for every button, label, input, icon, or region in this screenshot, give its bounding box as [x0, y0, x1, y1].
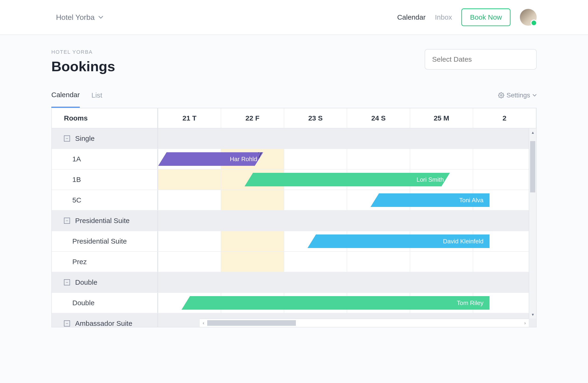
chevron-down-icon	[98, 16, 103, 19]
room-group[interactable]: −Double	[52, 272, 536, 293]
date-header: 23 S	[284, 108, 347, 128]
calendar-cell[interactable]	[284, 272, 347, 293]
room-row: 5C Toni Alva	[52, 190, 536, 211]
tab-list[interactable]: List	[91, 91, 103, 107]
scroll-right-icon[interactable]: ›	[521, 321, 529, 326]
collapse-icon[interactable]: −	[64, 135, 70, 141]
group-label: Single	[75, 135, 94, 142]
gear-icon	[498, 92, 504, 98]
calendar-cell[interactable]	[158, 128, 221, 149]
booking-bar[interactable]: David Kleinfeld	[308, 234, 489, 248]
calendar-cell[interactable]	[221, 231, 284, 251]
vertical-scrollbar[interactable]: ▴ ▾	[529, 128, 536, 318]
hotel-switcher[interactable]: Hotel Yorba	[56, 13, 103, 22]
scroll-thumb[interactable]	[207, 320, 296, 326]
settings-link[interactable]: Settings	[498, 91, 537, 107]
room-row: 1A Har Rohld	[52, 149, 536, 170]
calendar-cell[interactable]	[410, 128, 473, 149]
scroll-left-icon[interactable]: ‹	[200, 321, 207, 326]
booking-bar[interactable]: Tom Riley	[182, 296, 489, 310]
calendar-cell[interactable]	[284, 252, 347, 272]
calendar-cell[interactable]	[410, 252, 473, 272]
tab-calendar[interactable]: Calendar	[51, 91, 80, 108]
date-header: 25 M	[410, 108, 473, 128]
scroll-down-icon[interactable]: ▾	[532, 311, 534, 318]
room-label: 1B	[52, 170, 158, 190]
calendar-cell[interactable]	[158, 272, 221, 293]
horizontal-scrollbar[interactable]: ‹ ›	[200, 318, 529, 327]
calendar-cell[interactable]	[347, 252, 410, 272]
book-now-button[interactable]: Book Now	[461, 8, 510, 26]
room-row: Double Tom Riley	[52, 293, 536, 314]
booking-bar[interactable]: Toni Alva	[371, 193, 489, 207]
calendar-cell[interactable]	[347, 128, 410, 149]
scroll-thumb[interactable]	[530, 141, 535, 192]
calendar-cell[interactable]	[158, 170, 221, 190]
calendar-cell[interactable]	[473, 170, 536, 190]
room-label: 5C	[52, 190, 158, 210]
calendar-cell[interactable]	[473, 272, 536, 293]
group-label: Presidential Suite	[75, 217, 129, 225]
calendar-cell[interactable]	[158, 231, 221, 251]
group-label: Double	[75, 278, 97, 286]
nav-calendar[interactable]: Calendar	[397, 13, 426, 21]
rooms-header: Rooms	[52, 108, 158, 128]
calendar-cell[interactable]	[221, 272, 284, 293]
hotel-name: Hotel Yorba	[56, 13, 94, 22]
room-group[interactable]: −Single	[52, 128, 536, 149]
room-row: Presidential Suite David Kleinfeld	[52, 231, 536, 252]
calendar-cell[interactable]	[221, 128, 284, 149]
calendar-cell[interactable]	[473, 128, 536, 149]
room-label: Double	[52, 293, 158, 313]
group-label: Ambassador Suite	[75, 319, 132, 327]
calendar-cell[interactable]	[221, 252, 284, 272]
calendar-cell[interactable]	[410, 149, 473, 169]
top-nav: Hotel Yorba Calendar Inbox Book Now	[0, 0, 588, 35]
room-group[interactable]: −Presidential Suite	[52, 211, 536, 231]
calendar-cell[interactable]	[158, 190, 221, 210]
calendar-cell[interactable]	[410, 211, 473, 231]
collapse-icon[interactable]: −	[64, 320, 70, 326]
calendar-cell[interactable]	[473, 149, 536, 169]
scroll-up-icon[interactable]: ▴	[532, 128, 534, 136]
date-header: 2	[473, 108, 536, 128]
room-row: Prez	[52, 252, 536, 272]
booking-bar[interactable]: Har Rohld	[158, 152, 263, 166]
nav-inbox[interactable]: Inbox	[435, 13, 452, 21]
calendar-grid: Rooms 21 T22 F23 S24 S25 M2 −Single 1A H…	[51, 108, 537, 327]
collapse-icon[interactable]: −	[64, 218, 70, 224]
room-label: Presidential Suite	[52, 231, 158, 251]
room-label: 1A	[52, 149, 158, 169]
calendar-cell[interactable]	[158, 252, 221, 272]
calendar-cell[interactable]	[284, 128, 347, 149]
calendar-cell[interactable]	[284, 211, 347, 231]
breadcrumb: HOTEL YORBA	[51, 49, 115, 55]
calendar-cell[interactable]	[284, 190, 347, 210]
svg-point-0	[501, 95, 502, 96]
page-title: Bookings	[51, 58, 115, 74]
avatar[interactable]	[520, 9, 537, 26]
calendar-cell[interactable]	[410, 272, 473, 293]
calendar-cell[interactable]	[347, 272, 410, 293]
chevron-down-icon	[532, 94, 537, 97]
room-label: Prez	[52, 252, 158, 272]
date-range-input[interactable]	[425, 49, 537, 69]
calendar-cell[interactable]	[347, 211, 410, 231]
calendar-cell[interactable]	[284, 149, 347, 169]
calendar-cell[interactable]	[221, 211, 284, 231]
date-header: 22 F	[221, 108, 284, 128]
calendar-cell[interactable]	[221, 190, 284, 210]
settings-label: Settings	[506, 91, 530, 99]
booking-bar[interactable]: Lori Smith	[245, 173, 450, 186]
calendar-cell[interactable]	[347, 149, 410, 169]
calendar-cell[interactable]	[473, 211, 536, 231]
date-header: 21 T	[158, 108, 221, 128]
collapse-icon[interactable]: −	[64, 279, 70, 285]
calendar-cell[interactable]	[473, 252, 536, 272]
date-header: 24 S	[347, 108, 410, 128]
room-row: 1B Lori Smith	[52, 170, 536, 190]
calendar-cell[interactable]	[158, 211, 221, 231]
